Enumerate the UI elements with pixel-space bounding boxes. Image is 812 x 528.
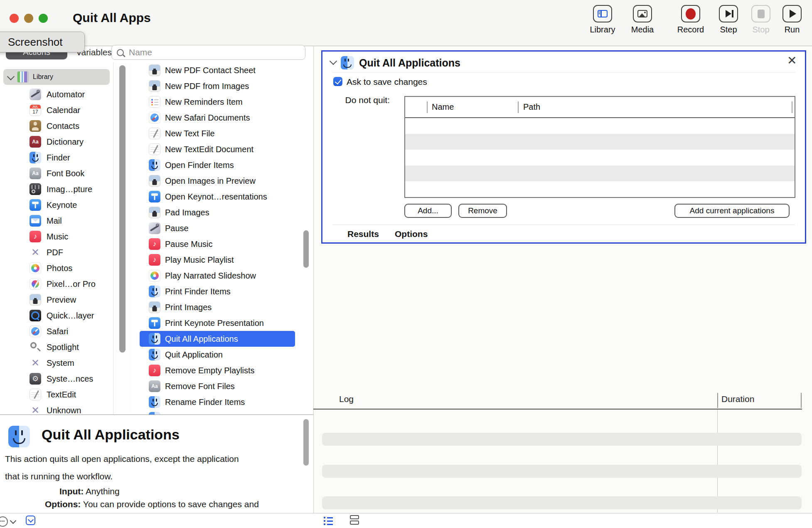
sidebar-item-label: PDF <box>47 248 63 257</box>
crossed-wrenches-icon <box>30 405 41 415</box>
column-header-path[interactable]: Path <box>523 102 540 112</box>
spotlight-icon <box>30 341 41 353</box>
run-button[interactable]: Run <box>775 5 809 35</box>
add-button[interactable]: Add... <box>404 204 452 218</box>
sidebar-item-photos[interactable]: Photos <box>0 260 113 276</box>
action-item[interactable]: Open Images in Preview <box>131 173 313 189</box>
column-header-name[interactable]: Name <box>432 102 454 112</box>
stop-button-label: Stop <box>744 25 778 35</box>
action-item-label: New Safari Documents <box>165 113 250 123</box>
card-divider <box>332 225 795 225</box>
sidebar-scrollbar-thumb[interactable] <box>119 65 125 353</box>
ask-to-save-checkbox[interactable] <box>333 77 342 86</box>
sidebar-item-calendar[interactable]: Calendar <box>0 102 113 118</box>
disclosure-chevron-icon[interactable] <box>7 72 15 80</box>
description-scrollbar-thumb[interactable] <box>303 419 309 466</box>
action-item[interactable]: Open Keynot…resentations <box>131 189 313 205</box>
collapse-chevron-icon[interactable] <box>330 57 337 65</box>
column-separator[interactable] <box>792 101 792 113</box>
action-item[interactable]: Remove Empty Playlists <box>131 363 313 378</box>
action-item[interactable]: New PDF from Images <box>131 78 313 94</box>
action-item[interactable]: Print Finder Items <box>131 284 313 299</box>
action-item[interactable]: Pause Music <box>131 236 313 252</box>
log-rows-view-icon[interactable] <box>350 515 360 526</box>
column-separator[interactable] <box>717 393 718 408</box>
action-item[interactable]: New TextEdit Document <box>131 141 313 157</box>
action-item-label: Remove Font Files <box>165 382 235 391</box>
sidebar-item-image-capture[interactable]: Imag…pture <box>0 181 113 197</box>
log-list-view-icon[interactable] <box>324 516 334 526</box>
do-not-quit-table[interactable]: Name Path <box>404 96 795 198</box>
sidebar-item-library[interactable]: Library <box>3 69 110 85</box>
remove-button[interactable]: Remove <box>458 204 507 218</box>
action-item[interactable]: Play Music Playlist <box>131 252 313 268</box>
sidebar-item-keynote[interactable]: Keynote <box>0 197 113 213</box>
sidebar-item-safari[interactable]: Safari <box>0 323 113 339</box>
action-item[interactable]: Quit Application <box>131 347 313 363</box>
sidebar-item-finder[interactable]: Finder <box>0 150 113 165</box>
action-item[interactable]: Print Images <box>131 299 313 315</box>
action-item[interactable]: New PDF Contact Sheet <box>131 62 313 78</box>
sidebar-item-automator[interactable]: Automator <box>0 86 113 102</box>
step-button[interactable]: Step <box>712 5 745 35</box>
music-icon <box>149 254 160 266</box>
action-item[interactable]: Remove Font Files <box>131 378 313 394</box>
action-item[interactable]: Pad Images <box>131 205 313 220</box>
actions-scrollbar-thumb[interactable] <box>303 230 309 268</box>
column-separator[interactable] <box>518 101 519 113</box>
sidebar-item-music[interactable]: Music <box>0 229 113 244</box>
action-item-partial[interactable] <box>131 410 313 415</box>
sidebar-item-mail[interactable]: Mail <box>0 213 113 229</box>
sidebar-item-contacts[interactable]: Contacts <box>0 118 113 134</box>
media-button[interactable]: Media <box>626 5 659 35</box>
preview-icon <box>149 301 160 313</box>
tab-results[interactable]: Results <box>347 229 379 239</box>
sidebar-item-unknown[interactable]: Unknown <box>0 402 113 415</box>
action-item[interactable]: New Reminders Item <box>131 94 313 110</box>
sidebar-scrollbar[interactable] <box>113 62 132 415</box>
sidebar-item-spotlight[interactable]: Spotlight <box>0 339 113 355</box>
action-item[interactable]: Print Keynote Presentation <box>131 315 313 331</box>
duration-header-label[interactable]: Duration <box>721 394 754 404</box>
action-item[interactable]: Rename Finder Items <box>131 394 313 410</box>
variables-toggle-icon[interactable] <box>26 516 35 525</box>
action-description-pane: Quit All Applications This action quits … <box>0 415 313 513</box>
action-card-title: Quit All Applications <box>359 57 460 69</box>
sidebar-item-label: Preview <box>47 295 76 305</box>
zoom-window-button[interactable] <box>39 14 48 23</box>
search-input[interactable]: Name <box>111 45 305 60</box>
action-item[interactable]: Play Narrated Slideshow <box>131 268 313 284</box>
record-button[interactable]: Record <box>674 5 707 35</box>
sidebar-item-pixelmator-pro[interactable]: Pixel…or Pro <box>0 276 113 292</box>
column-separator[interactable] <box>427 101 428 113</box>
add-current-applications-button[interactable]: Add current applications <box>674 204 790 218</box>
sidebar-item-dictionary[interactable]: Dictionary <box>0 134 113 150</box>
library-button[interactable]: Library <box>586 5 619 35</box>
sidebar-item-label: Automator <box>47 90 85 99</box>
workflow-status-icon[interactable] <box>0 516 8 527</box>
sidebar-item-pdf[interactable]: PDF <box>0 244 113 260</box>
action-item-label: Quit All Applications <box>165 334 238 344</box>
minimize-window-button[interactable] <box>24 14 33 23</box>
sidebar-item-system[interactable]: System <box>0 355 113 371</box>
sidebar-item-system-preferences[interactable]: Syste…nces <box>0 371 113 387</box>
close-window-button[interactable] <box>10 14 19 23</box>
column-separator[interactable] <box>801 393 802 408</box>
crossed-wrenches-icon <box>30 247 41 258</box>
tab-options[interactable]: Options <box>395 229 428 239</box>
sidebar-item-textedit[interactable]: TextEdit <box>0 387 113 402</box>
action-item[interactable]: New Text File <box>131 126 313 141</box>
action-item[interactable]: New Safari Documents <box>131 110 313 126</box>
sidebar-item-font-book[interactable]: Font Book <box>0 165 113 181</box>
stop-icon <box>758 10 765 18</box>
table-row <box>405 181 795 197</box>
sidebar-item-quicktime-player[interactable]: Quick…layer <box>0 308 113 323</box>
close-icon[interactable]: ✕ <box>787 55 797 67</box>
chevron-down-icon[interactable] <box>10 518 17 524</box>
sidebar-item-preview[interactable]: Preview <box>0 292 113 308</box>
action-item-selected[interactable]: Quit All Applications <box>140 331 295 347</box>
log-header-divider <box>313 409 802 410</box>
action-item[interactable]: Pause <box>131 220 313 236</box>
log-header-label[interactable]: Log <box>339 394 354 404</box>
action-item[interactable]: Open Finder Items <box>131 157 313 173</box>
